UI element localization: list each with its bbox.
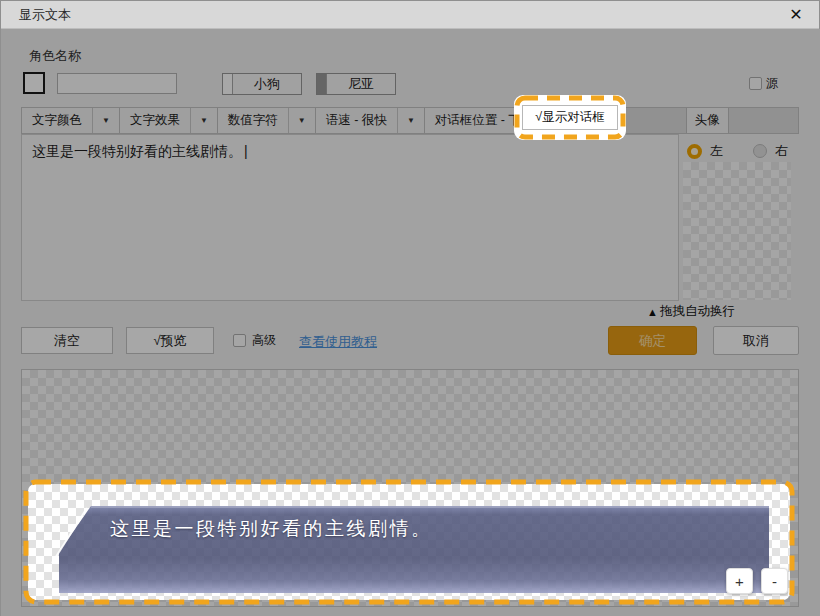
- dialog-preview-text: 这里是一段特别好看的主线剧情。: [110, 516, 433, 542]
- dialog-preview-canvas: 这里是一段特别好看的主线剧情。 + -: [28, 484, 790, 600]
- zoom-out-button[interactable]: -: [761, 568, 788, 594]
- dialog-body: 角色名称 小狗 尼亚 源 文字颜色 ▼ 文字效果 ▼: [1, 29, 820, 616]
- show-dialog-toggle-button[interactable]: √显示对话框: [522, 105, 618, 130]
- close-icon[interactable]: ✕: [785, 4, 807, 26]
- show-dialog-highlight: √显示对话框: [514, 95, 626, 140]
- display-text-dialog: 显示文本 ✕ 角色名称 小狗 尼亚 源 文字颜色 ▼ 文字效果: [0, 0, 820, 616]
- zoom-in-button[interactable]: +: [726, 568, 753, 594]
- titlebar: 显示文本 ✕: [1, 1, 819, 29]
- dialog-preview-highlight: 这里是一段特别好看的主线剧情。 + -: [23, 479, 795, 605]
- window-title: 显示文本: [19, 6, 71, 24]
